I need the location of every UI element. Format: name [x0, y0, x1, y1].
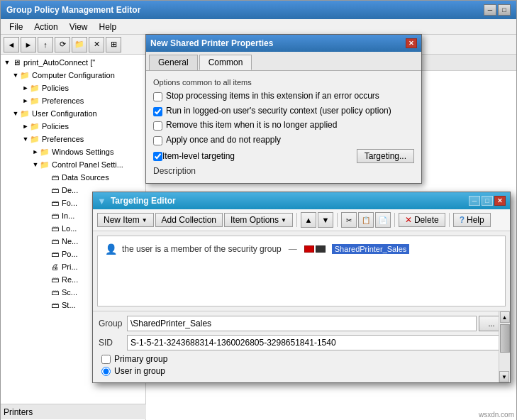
targeting-button[interactable]: Targeting...: [357, 149, 414, 163]
delete-btn[interactable]: ✕: [89, 37, 104, 52]
cb-targeting-label[interactable]: Item-level targeting: [162, 151, 235, 161]
move-down-btn[interactable]: ▼: [318, 212, 333, 228]
tree-item-preferences-2[interactable]: ▼ 📁 Preferences: [2, 133, 144, 145]
primary-group-checkbox[interactable]: [101, 355, 111, 364]
forward-btn[interactable]: ►: [21, 37, 36, 52]
tree-label-lo: Lo...: [62, 224, 77, 233]
expand-cp[interactable]: ▼: [32, 160, 39, 169]
back-btn[interactable]: ◄: [4, 37, 19, 52]
primary-group-label[interactable]: Primary group: [114, 354, 167, 364]
scrollbar-up-arrow[interactable]: ▲: [500, 311, 510, 323]
menu-view[interactable]: View: [64, 21, 94, 33]
tree-label-user-config: User Configuration: [32, 109, 97, 118]
cb-apply-label[interactable]: Apply once and do not reapply: [166, 135, 281, 146]
new-folder-btn[interactable]: 📁: [72, 37, 87, 52]
sid-input[interactable]: [127, 335, 504, 350]
cut-btn[interactable]: ✂: [341, 212, 357, 228]
tree-label-sc: Sc...: [62, 288, 77, 297]
tree-item-user-config[interactable]: ▼ 📁 User Configuration: [2, 107, 144, 120]
copy-btn[interactable]: 📋: [358, 212, 374, 228]
scrollbar-thumb[interactable]: [500, 324, 510, 353]
icon-st: 🗃: [49, 299, 60, 311]
maximize-btn[interactable]: □: [498, 4, 511, 16]
group-row: Group ...: [99, 316, 504, 331]
cb-targeting-input[interactable]: [153, 152, 162, 161]
help-btn[interactable]: ? Help: [453, 213, 491, 227]
tree-item-windows-settings[interactable]: ► 📁 Windows Settings: [2, 145, 144, 158]
expand-policies[interactable]: ►: [22, 84, 29, 92]
checkbox-remove-item: Remove this item when it is no longer ap…: [153, 120, 414, 131]
toolbar-sep-3: [394, 213, 395, 227]
delete-btn[interactable]: ✕ Delete: [399, 213, 445, 227]
minimize-btn[interactable]: ─: [484, 4, 496, 16]
folder-icon-policies: 📁: [29, 82, 40, 94]
properties-btn[interactable]: ⊞: [106, 37, 121, 52]
printer-dialog: New Shared Printer Properties ✕ General …: [145, 34, 422, 184]
tree-item-computer-config[interactable]: ▼ 📁 Computer Configuration: [2, 69, 144, 82]
expand-pref2[interactable]: ▼: [22, 135, 29, 143]
new-item-btn[interactable]: New Item ▼: [97, 213, 154, 227]
folder-icon-pref2: 📁: [29, 133, 40, 145]
refresh-btn[interactable]: ⟳: [55, 37, 70, 52]
tree-label-in: In...: [62, 211, 74, 220]
tree-item-preferences-1[interactable]: ► 📁 Preferences: [2, 94, 144, 107]
tree-label-root: print_AutoConnect [": [23, 58, 95, 67]
item-options-btn[interactable]: Item Options ▼: [224, 213, 293, 227]
targeting-form-section: Group ... SID Primary group User in grou…: [93, 311, 510, 382]
cb-remove-input[interactable]: [153, 121, 162, 131]
move-up-btn[interactable]: ▲: [301, 212, 316, 228]
cb-run-label[interactable]: Run in logged-on user's security context…: [166, 106, 391, 117]
cb-run-input[interactable]: [153, 107, 162, 116]
toolbar-sep-2: [337, 213, 338, 227]
form-scrollbar[interactable]: ▲ ▼: [499, 311, 510, 382]
tree-label-fo: Fo...: [62, 199, 77, 207]
description-label: Description: [153, 166, 414, 176]
toolbar-sep-4: [449, 213, 450, 227]
group-input[interactable]: [127, 316, 477, 331]
menu-file[interactable]: File: [4, 21, 28, 33]
section-label: Options common to all items: [153, 78, 414, 87]
tree-item-policies-2[interactable]: ► 📁 Policies: [2, 120, 144, 133]
printer-dialog-title-bar: New Shared Printer Properties ✕: [146, 35, 421, 52]
status-bar: Printers: [1, 404, 146, 419]
targeting-maximize-btn[interactable]: □: [482, 196, 493, 206]
targeting-toolbar: New Item ▼ Add Collection Item Options ▼…: [93, 209, 510, 231]
targeting-minimize-btn[interactable]: ─: [469, 196, 480, 206]
expand-pol2[interactable]: ►: [22, 122, 29, 131]
scrollbar-down-arrow[interactable]: ▼: [499, 371, 509, 382]
targeting-close-btn[interactable]: ✕: [494, 196, 506, 206]
menu-action[interactable]: Action: [28, 21, 63, 33]
paste-btn[interactable]: 📄: [375, 212, 391, 228]
tab-general[interactable]: General: [149, 55, 198, 70]
expand-root[interactable]: ▼: [4, 58, 11, 67]
folder-icon-computer: 📁: [19, 70, 30, 81]
add-collection-label: Add Collection: [162, 215, 216, 225]
add-collection-btn[interactable]: Add Collection: [155, 213, 223, 227]
tab-common[interactable]: Common: [199, 55, 252, 70]
tree-item-control-panel[interactable]: ▼ 📁 Control Panel Setti...: [2, 158, 144, 171]
tree-item-root[interactable]: ▼ 🖥 print_AutoConnect [": [2, 56, 144, 69]
icon-re: 🗃: [49, 274, 60, 285]
tree-label-pri: Pri...: [62, 262, 78, 271]
cb-remove-label[interactable]: Remove this item when it is no longer ap…: [166, 120, 337, 131]
user-in-group-row: User in group: [99, 366, 504, 376]
folder-icon-pref1: 📁: [29, 95, 40, 106]
expand-user[interactable]: ▼: [12, 109, 19, 118]
cb-stop-label[interactable]: Stop processing items in this extension …: [166, 91, 379, 102]
cb-stop-input[interactable]: [153, 92, 162, 101]
user-in-group-radio[interactable]: [101, 367, 111, 376]
expand-pref1[interactable]: ►: [22, 96, 29, 105]
expand-winsettings[interactable]: ►: [32, 148, 39, 156]
expand-computer[interactable]: ▼: [12, 71, 19, 79]
tree-item-data-sources[interactable]: 🗃 Data Sources: [2, 171, 144, 184]
watermark: wsxdn.com: [479, 411, 514, 419]
tree-item-policies[interactable]: ► 📁 Policies: [2, 82, 144, 94]
icon-data-sources: 🗃: [49, 172, 60, 183]
up-btn[interactable]: ↑: [38, 37, 53, 52]
item-options-label: Item Options: [230, 215, 279, 225]
tree-label-control-panel: Control Panel Setti...: [52, 160, 123, 169]
user-in-group-label[interactable]: User in group: [114, 366, 165, 376]
menu-help[interactable]: Help: [94, 21, 123, 33]
printer-dialog-close[interactable]: ✕: [406, 38, 417, 48]
cb-apply-input[interactable]: [153, 136, 162, 145]
